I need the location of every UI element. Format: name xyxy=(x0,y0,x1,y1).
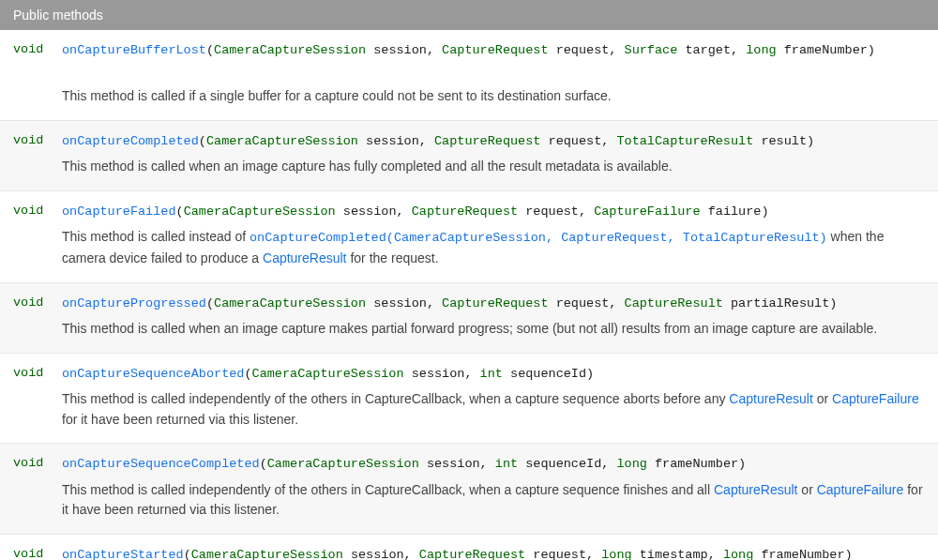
token-param: session xyxy=(351,548,404,560)
token-punct xyxy=(647,457,655,471)
token-keyword: long xyxy=(601,548,631,560)
token-type[interactable]: CameraCaptureSession xyxy=(214,43,366,57)
token-keyword: long xyxy=(723,548,753,560)
token-keyword: long xyxy=(746,43,776,57)
method-body: onCaptureStarted(CameraCaptureSession se… xyxy=(62,546,925,560)
table-header-label: Public methods xyxy=(13,8,103,23)
token-link[interactable]: CaptureFailure xyxy=(817,482,904,497)
token-punct: ( xyxy=(184,548,191,560)
token-text: or xyxy=(813,391,832,406)
token-method[interactable]: onCaptureBufferLost xyxy=(62,43,206,57)
return-type: void xyxy=(13,546,62,560)
token-punct: , xyxy=(579,204,594,219)
method-description: This method is called when an image capt… xyxy=(62,157,925,177)
token-punct xyxy=(366,43,373,57)
token-param: session xyxy=(427,457,480,471)
public-methods-table: Public methods voidonCaptureBufferLost(C… xyxy=(0,0,938,560)
token-method[interactable]: onCaptureCompleted xyxy=(62,134,199,148)
token-type[interactable]: CameraCaptureSession xyxy=(252,367,404,381)
method-body: onCaptureBufferLost(CameraCaptureSession… xyxy=(62,41,925,107)
token-punct: , xyxy=(397,204,412,219)
token-method[interactable]: onCaptureSequenceCompleted xyxy=(62,457,260,471)
method-signature: onCaptureFailed(CameraCaptureSession ses… xyxy=(62,203,925,221)
token-punct xyxy=(549,43,556,57)
token-punct: , xyxy=(601,134,616,148)
token-punct xyxy=(503,367,510,381)
token-punct: ) xyxy=(868,43,875,57)
token-punct: , xyxy=(731,43,746,57)
method-row: voidonCaptureSequenceCompleted(CameraCap… xyxy=(0,444,938,535)
token-text: This method is called when an image capt… xyxy=(62,321,877,336)
token-param: session xyxy=(373,43,427,57)
token-method[interactable]: onCaptureFailed xyxy=(62,204,176,219)
token-type[interactable]: CaptureRequest xyxy=(412,204,518,219)
token-type[interactable]: CameraCaptureSession xyxy=(206,134,358,148)
token-punct xyxy=(336,204,343,219)
token-type[interactable]: TotalCaptureResult xyxy=(616,134,753,148)
token-text: This method is called instead of xyxy=(62,229,250,244)
token-param: failure xyxy=(708,204,762,219)
token-punct xyxy=(540,134,548,148)
token-text: This method is called when an image capt… xyxy=(62,159,673,174)
token-link[interactable]: CaptureResult xyxy=(714,482,798,497)
token-type[interactable]: CaptureRequest xyxy=(434,134,540,148)
token-punct xyxy=(777,43,784,57)
method-row: voidonCaptureFailed(CameraCaptureSession… xyxy=(0,191,938,283)
method-body: onCaptureFailed(CameraCaptureSession ses… xyxy=(62,203,925,269)
token-text: for it have been returned via this liste… xyxy=(62,412,298,427)
token-param: request xyxy=(533,548,586,560)
token-punct: , xyxy=(708,548,723,560)
token-text: This method is called independently of t… xyxy=(62,482,714,497)
token-type[interactable]: CaptureRequest xyxy=(419,548,525,560)
token-text: for the request. xyxy=(347,250,439,265)
token-type[interactable]: CaptureFailure xyxy=(594,204,700,219)
token-punct: ) xyxy=(845,548,853,560)
token-link[interactable]: CaptureResult xyxy=(729,391,813,406)
method-description: This method is called independently of t… xyxy=(62,480,925,521)
method-description: This method is called instead of onCaptu… xyxy=(62,227,925,269)
token-punct: ( xyxy=(244,367,251,381)
method-description: This method is called when an image capt… xyxy=(62,319,925,340)
token-punct: ( xyxy=(206,43,214,57)
token-keyword: int xyxy=(480,367,503,381)
token-punct: ) xyxy=(738,457,746,471)
token-punct: , xyxy=(404,548,419,560)
token-type[interactable]: CaptureRequest xyxy=(442,296,548,310)
token-param: target xyxy=(685,43,731,57)
token-method[interactable]: onCaptureSequenceAborted xyxy=(62,367,244,381)
token-methodref[interactable]: onCaptureCompleted(CameraCaptureSession,… xyxy=(250,231,827,245)
token-punct xyxy=(419,457,427,471)
token-param: session xyxy=(373,296,427,310)
method-row: voidonCaptureStarted(CameraCaptureSessio… xyxy=(0,535,938,560)
token-type[interactable]: CameraCaptureSession xyxy=(184,204,336,219)
method-body: onCaptureProgressed(CameraCaptureSession… xyxy=(62,295,925,340)
token-text: or xyxy=(797,482,816,497)
token-param: sequenceId xyxy=(510,367,586,381)
token-link[interactable]: CaptureFailure xyxy=(832,391,919,406)
return-type: void xyxy=(13,295,62,340)
token-punct xyxy=(358,134,366,148)
token-param: session xyxy=(366,134,419,148)
token-link[interactable]: CaptureResult xyxy=(263,250,347,265)
token-punct: , xyxy=(609,43,624,57)
token-type[interactable]: CameraCaptureSession xyxy=(267,457,419,471)
return-type: void xyxy=(13,41,62,107)
token-param: frameNumber xyxy=(761,548,844,560)
token-punct xyxy=(723,296,731,310)
token-punct xyxy=(549,296,556,310)
token-punct: , xyxy=(586,548,601,560)
token-param: request xyxy=(549,134,602,148)
token-method[interactable]: onCaptureStarted xyxy=(62,548,184,560)
token-type[interactable]: CameraCaptureSession xyxy=(191,548,343,560)
method-signature: onCaptureBufferLost(CameraCaptureSession… xyxy=(62,41,925,60)
token-method[interactable]: onCaptureProgressed xyxy=(62,296,206,310)
token-punct: , xyxy=(601,457,616,471)
token-type[interactable]: Surface xyxy=(625,43,678,57)
token-punct: ( xyxy=(260,457,267,471)
token-type[interactable]: CameraCaptureSession xyxy=(214,296,366,310)
token-param: frameNumber xyxy=(784,43,868,57)
return-type: void xyxy=(13,203,62,269)
token-type[interactable]: CaptureRequest xyxy=(442,43,548,57)
method-row: voidonCaptureSequenceAborted(CameraCaptu… xyxy=(0,354,938,445)
token-type[interactable]: CaptureResult xyxy=(625,296,723,310)
